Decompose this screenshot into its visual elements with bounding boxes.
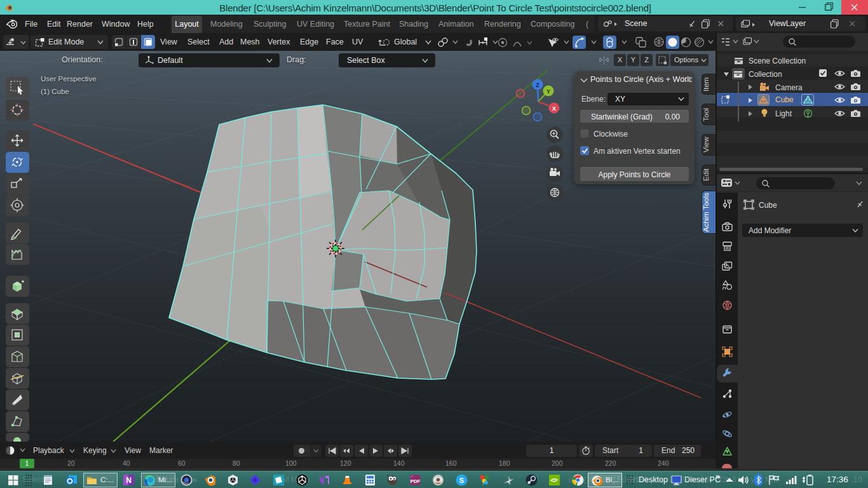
svg-text:S: S xyxy=(459,477,464,484)
svg-text:N: N xyxy=(126,476,132,485)
svg-text:Z: Z xyxy=(536,82,539,88)
svg-text:PDF: PDF xyxy=(410,478,421,484)
svg-text:Y: Y xyxy=(546,88,550,95)
svg-text:X: X xyxy=(552,105,556,112)
